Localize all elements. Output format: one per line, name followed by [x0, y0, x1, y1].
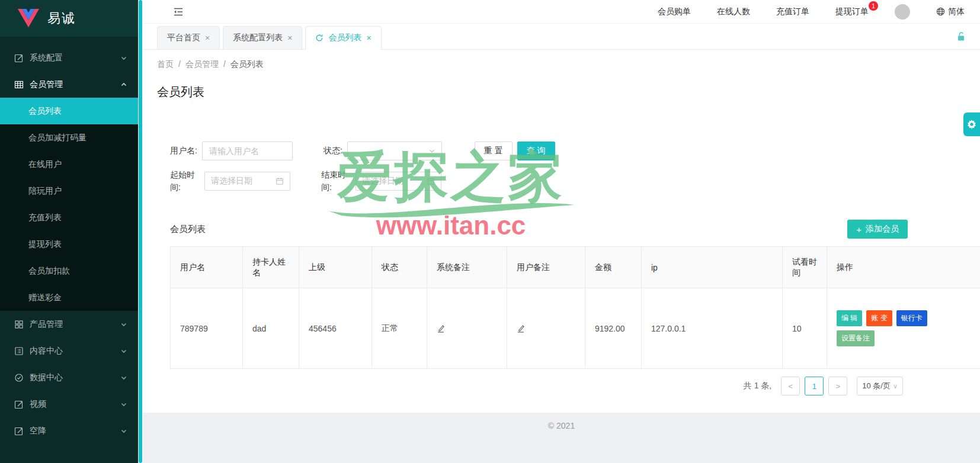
nav-recharge-orders[interactable]: 充值订单: [776, 7, 809, 17]
tab-system-config-list[interactable]: 系统配置列表 ×: [223, 26, 302, 50]
footer: © 2021: [143, 413, 980, 463]
close-icon[interactable]: ×: [366, 33, 371, 43]
brand[interactable]: 易诚: [0, 0, 138, 37]
sidebar: 易诚 系统配置 会员管理: [0, 0, 138, 463]
sidebar-item-airdrop[interactable]: 空降: [0, 417, 138, 444]
close-icon[interactable]: ×: [287, 33, 292, 43]
nav-member-orders[interactable]: 会员购单: [658, 7, 691, 17]
next-page-button[interactable]: >: [828, 377, 847, 396]
edit-pen-icon[interactable]: [517, 324, 575, 333]
add-member-label: 添加会员: [866, 224, 899, 234]
pagination-total: 共 1 条,: [744, 381, 771, 391]
table-header-row: 用户名 持卡人姓名 上级 状态 系统备注 用户备注 金额 ip 试看时间 操作: [171, 247, 980, 288]
filter-form: 用户名: 状态: 重 置 查 询 起始时间: 请选择日期: [170, 142, 980, 194]
brand-logo-icon: [18, 9, 39, 28]
main-area: 会员购单 在线人数 充值订单 提现订单 1 简体: [143, 0, 980, 463]
bank-card-button[interactable]: 银行卡: [896, 310, 927, 326]
chevron-down-icon: [120, 374, 127, 381]
sidebar-item-member-management[interactable]: 会员管理: [0, 71, 138, 98]
nav-label: 会员购单: [658, 7, 691, 16]
nav-label: 在线人数: [717, 7, 750, 16]
unlock-icon[interactable]: [956, 31, 966, 41]
sidebar-item-companion-users[interactable]: 陪玩用户: [0, 178, 138, 204]
plus-icon: +: [856, 224, 861, 234]
sidebar-item-label: 空降: [30, 426, 120, 436]
account-change-button[interactable]: 账 变: [866, 310, 892, 326]
username-input[interactable]: [202, 142, 293, 160]
sidebar-scrollbar[interactable]: [138, 0, 143, 463]
breadcrumb-separator: /: [223, 59, 226, 70]
watermark-swoosh: [324, 195, 578, 220]
sidebar-item-label: 在线用户: [28, 159, 62, 170]
page-1-button[interactable]: 1: [805, 377, 824, 396]
copyright-year: 2021: [556, 421, 575, 430]
page-size-select[interactable]: 10 条/页 ∨: [857, 377, 903, 396]
sidebar-item-label: 系统配置: [30, 53, 120, 63]
sidebar-item-member-balance-adjust[interactable]: 会员加扣款: [0, 258, 138, 284]
breadcrumb-current: 会员列表: [230, 59, 264, 70]
sidebar-item-recharge-list[interactable]: 充值列表: [0, 204, 138, 231]
end-date-picker[interactable]: 请选择日期: [356, 172, 441, 191]
filter-row-2: 起始时间: 请选择日期 结束时间: 请选择日期: [170, 169, 980, 194]
start-date-picker[interactable]: 请选择日期: [204, 172, 290, 191]
breadcrumb-member-management[interactable]: 会员管理: [185, 59, 219, 70]
appstore-icon: [14, 320, 24, 329]
sidebar-menu: 系统配置 会员管理 会员列表 会员加减打码量 在: [0, 44, 138, 444]
search-button[interactable]: 查 询: [517, 142, 555, 160]
tab-platform-home[interactable]: 平台首页 ×: [157, 26, 220, 50]
calendar-icon: [427, 177, 435, 185]
cell-superior: 456456: [299, 288, 372, 369]
add-member-button[interactable]: + 添加会员: [847, 220, 908, 239]
tab-label: 平台首页: [167, 33, 200, 43]
sidebar-item-member-bet-adjust[interactable]: 会员加减打码量: [0, 124, 138, 151]
edit-pen-icon[interactable]: [437, 324, 497, 333]
menu-fold-icon[interactable]: [172, 7, 184, 17]
col-status: 状态: [372, 247, 427, 288]
sidebar-item-product-management[interactable]: 产品管理: [0, 311, 138, 337]
sidebar-item-content-center[interactable]: 内容中心: [0, 337, 138, 364]
start-time-label: 起始时间:: [170, 169, 200, 194]
page-content: 首页 / 会员管理 / 会员列表 会员列表 用户名: 状态: 重 置 查 询: [143, 50, 980, 413]
set-remark-button[interactable]: 设置备注: [837, 330, 875, 346]
chevron-down-icon: [120, 401, 127, 408]
edit-button[interactable]: 编 辑: [837, 310, 862, 326]
col-system-remark: 系统备注: [427, 247, 507, 288]
prev-page-button[interactable]: <: [781, 377, 800, 396]
cell-system-remark: [427, 288, 507, 369]
sidebar-item-online-users[interactable]: 在线用户: [0, 151, 138, 178]
status-select[interactable]: [347, 142, 442, 160]
cell-cardholder: dad: [243, 288, 299, 369]
sidebar-item-withdraw-list[interactable]: 提现列表: [0, 231, 138, 258]
breadcrumb-separator: /: [178, 59, 181, 70]
nav-withdraw-orders[interactable]: 提现订单 1: [835, 7, 869, 17]
breadcrumb: 首页 / 会员管理 / 会员列表: [157, 59, 980, 70]
sidebar-item-label: 数据中心: [30, 372, 120, 383]
col-amount: 金额: [585, 247, 642, 288]
chevron-down-icon: [120, 54, 127, 62]
sidebar-item-label: 会员列表: [28, 106, 62, 117]
section-title: 会员列表: [170, 224, 206, 235]
page-size-label: 10 条/页: [862, 381, 891, 391]
sidebar-scrollbar-thumb[interactable]: [139, 0, 142, 463]
avatar[interactable]: [895, 4, 910, 20]
sidebar-item-system-config[interactable]: 系统配置: [0, 44, 138, 71]
sidebar-item-member-list[interactable]: 会员列表: [0, 98, 138, 124]
username-label: 用户名:: [170, 146, 197, 156]
col-user-remark: 用户备注: [507, 247, 585, 288]
tab-label: 系统配置列表: [233, 33, 283, 43]
nav-online-count[interactable]: 在线人数: [717, 7, 750, 17]
cell-ip: 127.0.0.1: [642, 288, 783, 369]
edit-square-icon: [14, 53, 24, 63]
sidebar-item-gift-bonus[interactable]: 赠送彩金: [0, 284, 138, 311]
chevron-down-icon: [120, 427, 127, 435]
close-icon[interactable]: ×: [205, 33, 210, 43]
breadcrumb-home[interactable]: 首页: [157, 59, 174, 70]
tab-member-list[interactable]: 会员列表 ×: [305, 26, 381, 50]
settings-gear-button[interactable]: [963, 112, 980, 136]
refresh-icon[interactable]: [315, 34, 324, 42]
language-switcher[interactable]: 简体: [936, 7, 965, 17]
chevron-down-icon: [120, 321, 127, 328]
reset-button[interactable]: 重 置: [475, 142, 513, 160]
sidebar-item-video[interactable]: 视频: [0, 391, 138, 417]
sidebar-item-data-center[interactable]: 数据中心: [0, 364, 138, 391]
